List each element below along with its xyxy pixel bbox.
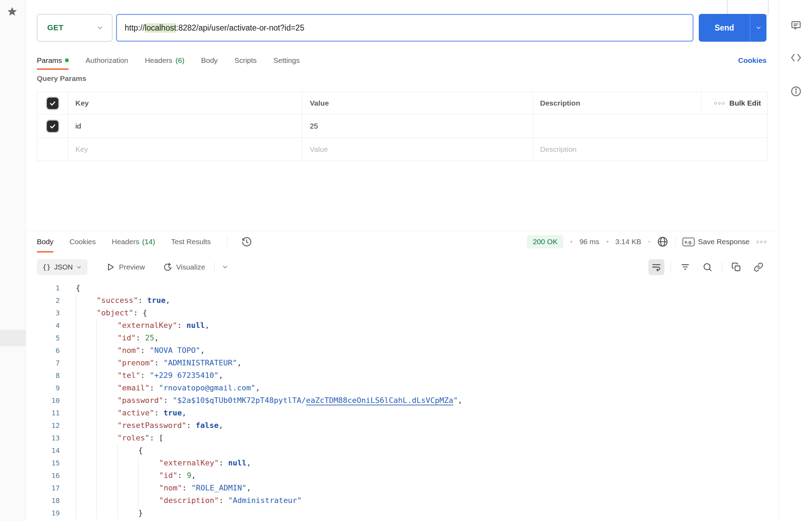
indent-guide: [117, 457, 138, 469]
star-icon[interactable]: [6, 6, 18, 17]
send-button[interactable]: Send: [699, 14, 767, 42]
example-badge-icon: e.g.: [682, 238, 694, 246]
indent-guide: [76, 419, 97, 432]
request-bar: GET http://localhost:8282/api/user/activ…: [37, 14, 767, 42]
indent-guide: [97, 494, 117, 507]
response-time[interactable]: 96 ms: [579, 238, 599, 246]
code-snippet-icon[interactable]: [790, 52, 802, 63]
line-number: 4: [26, 319, 60, 332]
line-number: 10: [26, 394, 60, 407]
indent-guide: [76, 344, 97, 357]
info-icon[interactable]: [790, 86, 802, 97]
indent-guide: [97, 369, 117, 382]
line-number: 13: [26, 432, 60, 444]
link-icon[interactable]: [751, 259, 767, 275]
indent-guide: [76, 369, 97, 382]
indent-guide: [97, 382, 117, 394]
viewer-actions: [648, 259, 767, 275]
indent-guide: [97, 444, 117, 457]
response-tab-body[interactable]: Body: [37, 231, 53, 253]
headers-count: (6): [175, 56, 184, 65]
indent-guide: [76, 482, 97, 494]
tab-headers[interactable]: Headers (6): [145, 51, 184, 70]
visualize-button[interactable]: Visualize: [163, 262, 205, 272]
bulk-edit-button[interactable]: Bulk Edit: [701, 92, 767, 114]
response-history-icon[interactable]: [241, 236, 252, 247]
tab-authorization[interactable]: Authorization: [85, 51, 128, 70]
response-tab-test-results[interactable]: Test Results: [171, 231, 211, 253]
response-code[interactable]: 1{2"success": true,3"object": {4"externa…: [26, 282, 779, 521]
line-number: 8: [26, 369, 60, 382]
method-label: GET: [47, 23, 64, 32]
save-response-button[interactable]: e.g. Save Response: [682, 238, 749, 246]
new-param-description-input[interactable]: [540, 145, 745, 154]
format-label: JSON: [54, 263, 73, 271]
response-status-bar: 200 OK 96 ms 3.14 KB e.g. Save Response: [527, 235, 767, 248]
indent-guide: [97, 469, 117, 482]
column-header-key: Key: [68, 92, 302, 114]
request-panel: GET http://localhost:8282/api/user/activ…: [26, 0, 779, 521]
response-viewer-toolbar: {} JSON Preview Visualize: [37, 259, 767, 275]
format-select[interactable]: {} JSON: [37, 259, 88, 275]
new-param-key-input[interactable]: [75, 145, 279, 154]
divider: [722, 262, 722, 272]
tab-settings[interactable]: Settings: [273, 51, 300, 70]
response-tabs: Body Cookies Headers (14) Test Results: [37, 231, 252, 253]
code-line: 3"object": {: [26, 307, 779, 319]
response-tab-cookies[interactable]: Cookies: [69, 231, 96, 253]
send-options-caret[interactable]: [750, 14, 767, 42]
line-number: 12: [26, 419, 60, 432]
tab-body[interactable]: Body: [201, 51, 218, 70]
chevron-down-icon: [76, 264, 82, 270]
chevron-down-icon[interactable]: [222, 264, 229, 271]
indent-guide: [76, 469, 97, 482]
code-line: 9"email": "rnovatopo@gmail.com",: [26, 382, 779, 394]
response-tab-headers[interactable]: Headers (14): [112, 231, 155, 253]
indent-guide: [138, 457, 159, 469]
response-size[interactable]: 3.14 KB: [615, 238, 641, 246]
select-all-checkbox[interactable]: [47, 98, 58, 109]
indent-guide: [117, 494, 138, 507]
indent-guide: [76, 394, 97, 407]
url-suffix: :8282/api/user/activate-or-not?id=25: [176, 23, 304, 33]
param-value-cell[interactable]: 25: [302, 115, 533, 138]
response-more-options-icon[interactable]: [756, 241, 767, 243]
divider: [214, 262, 215, 272]
magic-wand-icon: [163, 262, 173, 272]
indent-guide: [97, 407, 117, 419]
params-header-row: Key Value Description Bulk Edit: [37, 92, 767, 114]
tab-scripts[interactable]: Scripts: [234, 51, 257, 70]
word-wrap-toggle[interactable]: [648, 259, 664, 275]
indent-guide: [76, 494, 97, 507]
param-description-cell[interactable]: [533, 115, 767, 138]
preview-button[interactable]: Preview: [106, 262, 145, 272]
copy-icon[interactable]: [728, 259, 744, 275]
indent-guide: [138, 494, 159, 507]
code-line: 11"active": true,: [26, 407, 779, 419]
cookies-link[interactable]: Cookies: [738, 56, 767, 65]
status-badge[interactable]: 200 OK: [527, 235, 563, 248]
indent-guide: [117, 482, 138, 494]
filter-icon[interactable]: [677, 259, 693, 275]
new-param-value-input[interactable]: [310, 145, 511, 154]
url-input[interactable]: http://localhost:8282/api/user/activate-…: [116, 14, 694, 42]
tab-params[interactable]: Params: [37, 51, 69, 70]
indent-guide: [76, 307, 97, 319]
line-number: 5: [26, 332, 60, 344]
sidebar-selection-highlight[interactable]: [0, 330, 26, 346]
indent-guide: [97, 457, 117, 469]
code-line: 2"success": true,: [26, 294, 779, 307]
indent-guide: [97, 507, 117, 519]
param-row-checkbox[interactable]: [47, 121, 58, 132]
indent-guide: [117, 444, 138, 457]
param-key-cell[interactable]: id: [68, 115, 302, 138]
comments-icon[interactable]: [790, 20, 802, 31]
url-highlighted-segment: localhost: [145, 23, 176, 33]
check-icon: [49, 123, 56, 130]
left-sidebar: [0, 0, 26, 521]
search-icon[interactable]: [699, 259, 715, 275]
line-number: 3: [26, 307, 60, 319]
network-globe-icon[interactable]: [657, 236, 668, 247]
column-header-value: Value: [302, 92, 533, 114]
method-select[interactable]: GET: [37, 14, 113, 42]
